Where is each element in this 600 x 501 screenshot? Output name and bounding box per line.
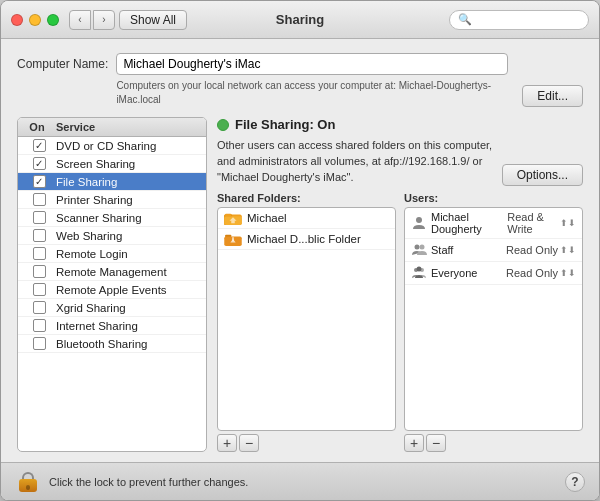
stepper-staff[interactable]: ⬆⬇ (560, 245, 576, 255)
service-label-printer: Printer Sharing (56, 194, 133, 206)
home-folder-icon (224, 211, 242, 225)
user-permission-staff: Read Only (506, 244, 558, 256)
checkbox-remote-mgmt[interactable] (33, 265, 46, 278)
service-checkbox-remote-mgmt[interactable] (22, 265, 56, 278)
user-permission-everyone: Read Only (506, 267, 558, 279)
file-sharing-desc: Other users can access shared folders on… (217, 138, 502, 186)
checkbox-printer[interactable] (33, 193, 46, 206)
stepper-michael[interactable]: ⬆⬇ (560, 218, 576, 228)
service-label-internet: Internet Sharing (56, 320, 138, 332)
service-checkbox-scanner[interactable] (22, 211, 56, 224)
shared-folders-list: Michael Mi (217, 207, 396, 431)
user-icon-michael (411, 215, 427, 231)
service-checkbox-bluetooth[interactable] (22, 337, 56, 350)
add-shared-folder-button[interactable]: + (217, 434, 237, 452)
service-label-screen: Screen Sharing (56, 158, 135, 170)
remove-shared-folder-button[interactable]: − (239, 434, 259, 452)
svg-rect-3 (225, 213, 231, 216)
services-list: On Service DVD or CD Sharing Screen Shar… (17, 117, 207, 452)
back-button[interactable]: ‹ (69, 10, 91, 30)
col-service-header: Service (56, 121, 95, 133)
service-item-xgrid[interactable]: Xgrid Sharing (18, 299, 206, 317)
remove-user-button[interactable]: − (426, 434, 446, 452)
service-checkbox-screen[interactable] (22, 157, 56, 170)
right-panel: File Sharing: On Other users can access … (217, 117, 583, 452)
service-checkbox-dvd[interactable] (22, 139, 56, 152)
lock-text: Click the lock to prevent further change… (49, 476, 248, 488)
checkbox-file[interactable] (33, 175, 46, 188)
computer-name-input[interactable] (116, 53, 508, 75)
user-item-staff[interactable]: Staff Read Only ⬆⬇ (405, 239, 582, 262)
svg-point-11 (415, 244, 420, 249)
user-item-everyone[interactable]: Everyone Read Only ⬆⬇ (405, 262, 582, 285)
service-item-web[interactable]: Web Sharing (18, 227, 206, 245)
shared-item-michael: Michael (247, 212, 287, 224)
user-item-michael[interactable]: Michael Dougherty Read & Write ⬆⬇ (405, 208, 582, 239)
service-checkbox-xgrid[interactable] (22, 301, 56, 314)
svg-point-10 (416, 217, 422, 223)
service-item-printer[interactable]: Printer Sharing (18, 191, 206, 209)
service-label-bluetooth: Bluetooth Sharing (56, 338, 147, 350)
checkbox-bluetooth[interactable] (33, 337, 46, 350)
minimize-button[interactable] (29, 14, 41, 26)
main-panel: On Service DVD or CD Sharing Screen Shar… (17, 117, 583, 452)
service-item-remote-mgmt[interactable]: Remote Management (18, 263, 206, 281)
list-item-public[interactable]: Michael D...blic Folder (218, 229, 395, 250)
computer-name-right: Computers on your local network can acce… (116, 53, 508, 107)
maximize-button[interactable] (47, 14, 59, 26)
computer-name-label: Computer Name: (17, 53, 108, 71)
lock-button[interactable] (15, 468, 41, 496)
service-checkbox-internet[interactable] (22, 319, 56, 332)
help-button[interactable]: ? (565, 472, 585, 492)
checkbox-web[interactable] (33, 229, 46, 242)
service-item-scanner[interactable]: Scanner Sharing (18, 209, 206, 227)
computer-name-sub: Computers on your local network can acce… (116, 79, 508, 107)
shared-item-public: Michael D...blic Folder (247, 233, 361, 245)
service-item-internet[interactable]: Internet Sharing (18, 317, 206, 335)
service-checkbox-file[interactable] (22, 175, 56, 188)
add-user-button[interactable]: + (404, 434, 424, 452)
user-name-michael: Michael Dougherty (431, 211, 503, 235)
service-checkbox-web[interactable] (22, 229, 56, 242)
services-header: On Service (18, 118, 206, 137)
search-input[interactable] (475, 14, 580, 26)
service-item-remote-login[interactable]: Remote Login (18, 245, 206, 263)
service-item-dvd[interactable]: DVD or CD Sharing (18, 137, 206, 155)
lock-case (19, 479, 37, 492)
list-item-michael[interactable]: Michael (218, 208, 395, 229)
service-checkbox-remote-login[interactable] (22, 247, 56, 260)
service-item-screen[interactable]: Screen Sharing (18, 155, 206, 173)
everyone-icon (411, 265, 427, 281)
close-button[interactable] (11, 14, 23, 26)
bottom-bar: Click the lock to prevent further change… (1, 462, 599, 500)
checkbox-scanner[interactable] (33, 211, 46, 224)
user-everyone-left: Everyone (411, 265, 477, 281)
lock-icon (19, 472, 37, 492)
checkbox-dvd[interactable] (33, 139, 46, 152)
stepper-everyone[interactable]: ⬆⬇ (560, 268, 576, 278)
service-checkbox-remote-events[interactable] (22, 283, 56, 296)
service-item-file[interactable]: File Sharing (18, 173, 206, 191)
col-on-header: On (18, 121, 56, 133)
forward-button[interactable]: › (93, 10, 115, 30)
edit-button[interactable]: Edit... (522, 85, 583, 107)
checkbox-remote-events[interactable] (33, 283, 46, 296)
checkbox-xgrid[interactable] (33, 301, 46, 314)
service-checkbox-printer[interactable] (22, 193, 56, 206)
shared-folders-col: Shared Folders: (217, 192, 396, 452)
options-button[interactable]: Options... (502, 164, 583, 186)
svg-point-15 (417, 266, 422, 271)
window-title: Sharing (276, 12, 324, 27)
service-label-scanner: Scanner Sharing (56, 212, 142, 224)
user-michael-left: Michael Dougherty (411, 211, 503, 235)
checkbox-remote-login[interactable] (33, 247, 46, 260)
search-box[interactable]: 🔍 (449, 10, 589, 30)
svg-point-12 (420, 244, 425, 249)
service-item-bluetooth[interactable]: Bluetooth Sharing (18, 335, 206, 353)
checkbox-internet[interactable] (33, 319, 46, 332)
traffic-lights (11, 14, 59, 26)
service-item-remote-events[interactable]: Remote Apple Events (18, 281, 206, 299)
user-perm-everyone: Read Only ⬆⬇ (506, 267, 576, 279)
checkbox-screen[interactable] (33, 157, 46, 170)
show-all-button[interactable]: Show All (119, 10, 187, 30)
